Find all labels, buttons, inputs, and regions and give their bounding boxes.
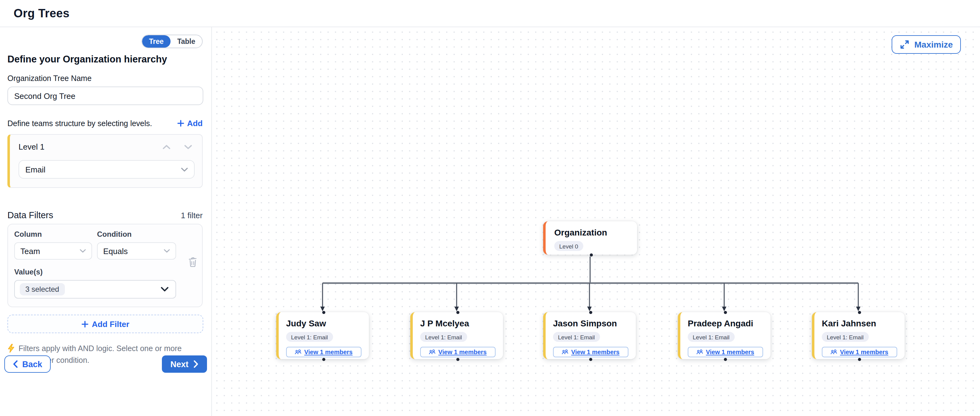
connector-handle (858, 358, 861, 361)
move-level-up-button[interactable] (162, 144, 170, 149)
view-members-label: View 1 members (304, 349, 353, 355)
node-level-badge: Level 1: Email (822, 332, 869, 342)
chevron-down-icon (161, 287, 169, 292)
lightning-icon (7, 344, 15, 353)
toggle-table[interactable]: Table (170, 35, 202, 48)
view-members-label: View 1 members (840, 349, 888, 355)
chevron-down-icon (181, 167, 188, 172)
org-node-j-p-mcelyea[interactable]: J P Mcelyea Level 1: Email View 1 member… (410, 312, 503, 359)
view-members-label: View 1 members (706, 349, 754, 355)
plus-icon (177, 120, 184, 127)
maximize-label: Maximize (915, 40, 953, 49)
view-members-label: View 1 members (571, 349, 619, 355)
node-title: Jason Simpson (553, 318, 628, 328)
add-filter-button[interactable]: Add Filter (7, 315, 203, 333)
chevron-up-icon (162, 144, 170, 149)
node-title: Judy Saw (286, 318, 361, 328)
org-tree-canvas[interactable]: Maximize (212, 27, 980, 416)
users-icon (429, 349, 436, 355)
org-node-kari-jahnsen[interactable]: Kari Jahnsen Level 1: Email View 1 membe… (812, 312, 905, 359)
connector-handle (590, 253, 593, 256)
level-column-value: Email (25, 165, 45, 174)
filter-count: 1 filter (181, 211, 203, 220)
chevron-down-icon (80, 249, 86, 253)
node-level-badge: Level 1: Email (420, 332, 467, 342)
node-level-badge: Level 1: Email (286, 332, 333, 342)
connector-handle (322, 358, 325, 361)
users-icon (295, 349, 302, 355)
org-node-root[interactable]: Organization Level 0 (543, 221, 637, 255)
chevron-down-icon (184, 144, 192, 149)
filter-condition-select[interactable]: Equals (97, 242, 176, 260)
connector-handle (858, 311, 861, 314)
page-header: Org Trees (0, 0, 980, 27)
tree-name-input[interactable] (7, 86, 203, 105)
connector-handle (724, 311, 727, 314)
level-column-select[interactable]: Email (19, 160, 195, 179)
org-node-pradeep-angadi[interactable]: Pradeep Angadi Level 1: Email View 1 mem… (678, 312, 770, 359)
filter-column-select[interactable]: Team (14, 242, 92, 260)
add-level-label: Add (187, 119, 203, 128)
page-title: Org Trees (14, 6, 70, 20)
view-members-button[interactable]: View 1 members (286, 347, 361, 357)
delete-filter-button[interactable] (188, 257, 197, 267)
scrollbar-gutter (976, 27, 980, 416)
column-label: Column (14, 230, 92, 239)
add-filter-label: Add Filter (92, 319, 129, 328)
connector-handle (456, 358, 460, 361)
move-level-down-button[interactable] (184, 144, 192, 149)
levels-hint: Define teams structure by selecting leve… (7, 119, 152, 128)
connector-handle (589, 311, 592, 314)
toggle-tree[interactable]: Tree (142, 35, 170, 48)
users-icon (697, 349, 703, 355)
node-level-badge: Level 1: Email (553, 332, 600, 342)
view-members-label: View 1 members (438, 349, 487, 355)
condition-label: Condition (97, 230, 176, 239)
values-selected-chip: 3 selected (20, 283, 65, 295)
users-icon (831, 349, 838, 355)
chevron-down-icon (164, 249, 170, 253)
chevron-right-icon (193, 360, 198, 368)
node-title: Organization (554, 228, 628, 237)
chevron-left-icon (13, 360, 18, 368)
view-members-button[interactable]: View 1 members (553, 347, 628, 357)
next-button[interactable]: Next (162, 355, 207, 373)
plus-icon (81, 320, 88, 327)
level-title: Level 1 (19, 142, 45, 151)
connector-handle (322, 311, 325, 314)
org-trees-app: Org Trees Tree Table Define your Organiz… (0, 0, 980, 416)
connector-handle (456, 311, 460, 314)
connector-handle (724, 358, 727, 361)
filter-values-select[interactable]: 3 selected (14, 280, 176, 298)
values-label: Value(s) (14, 268, 196, 276)
node-title: J P Mcelyea (420, 318, 496, 328)
tree-table-toggle: Tree Table (142, 35, 203, 48)
filter-condition-value: Equals (103, 246, 128, 256)
view-members-button[interactable]: View 1 members (420, 347, 496, 357)
filter-column-value: Team (21, 246, 40, 256)
filter-card: Column Team Condition Equals (7, 224, 203, 307)
add-level-button[interactable]: Add (177, 119, 203, 128)
users-icon (562, 349, 569, 355)
maximize-button[interactable]: Maximize (892, 35, 961, 54)
sidebar-heading: Define your Organization hierarchy (7, 54, 203, 65)
node-title: Pradeep Angadi (688, 318, 763, 328)
org-node-judy-saw[interactable]: Judy Saw Level 1: Email View 1 members (276, 312, 369, 359)
node-level-badge: Level 1: Email (688, 332, 734, 342)
data-filters-heading: Data Filters (7, 210, 53, 220)
expand-icon (900, 40, 910, 49)
view-members-button[interactable]: View 1 members (822, 347, 897, 357)
trash-icon (188, 257, 197, 267)
node-title: Kari Jahnsen (822, 318, 897, 328)
connector-handle (589, 358, 592, 361)
view-members-button[interactable]: View 1 members (688, 347, 763, 357)
next-label: Next (170, 359, 188, 369)
org-node-jason-simpson[interactable]: Jason Simpson Level 1: Email View 1 memb… (543, 312, 636, 359)
node-level-badge: Level 0 (554, 241, 583, 251)
back-button[interactable]: Back (4, 355, 51, 373)
tree-name-label: Organization Tree Name (7, 74, 203, 83)
hierarchy-sidebar: Tree Table Define your Organization hier… (0, 27, 212, 416)
back-label: Back (22, 359, 42, 369)
level-card: Level 1 Email (7, 134, 203, 188)
